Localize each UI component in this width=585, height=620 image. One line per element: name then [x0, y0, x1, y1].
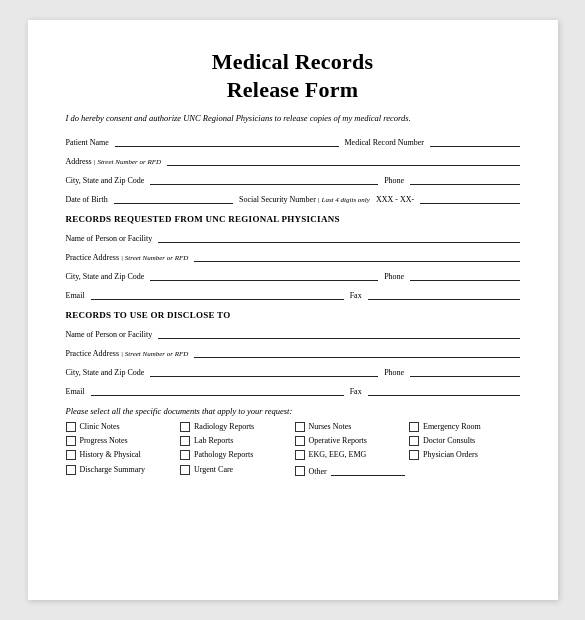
checkbox-urgent[interactable]: Urgent Care: [180, 464, 291, 476]
checkbox-label: Doctor Consults: [423, 436, 475, 445]
to-facility-row: Name of Person or Facility: [66, 327, 520, 339]
dob-label: Date of Birth: [66, 195, 108, 204]
from-address-label: Practice Address | Street Number or RFD: [66, 253, 189, 262]
from-facility-row: Name of Person or Facility: [66, 231, 520, 243]
checkbox-label: Urgent Care: [194, 465, 233, 474]
checkbox-progress[interactable]: Progress Notes: [66, 436, 177, 446]
from-city-label: City, State and Zip Code: [66, 272, 145, 281]
to-email-label: Email: [66, 387, 85, 396]
section-to-title: RECORDS TO USE OR DISCLOSE TO: [66, 310, 520, 320]
to-city-line[interactable]: [150, 365, 378, 377]
checkbox-operative[interactable]: Operative Reports: [295, 436, 406, 446]
from-email-row: Email Fax: [66, 288, 520, 300]
checkbox-history[interactable]: History & Physical: [66, 450, 177, 460]
from-email-line[interactable]: [91, 288, 344, 300]
to-fax-line[interactable]: [368, 384, 520, 396]
from-city-line[interactable]: [150, 269, 378, 281]
medical-record-line[interactable]: [430, 135, 519, 147]
checkbox-physician-orders[interactable]: Physician Orders: [409, 450, 520, 460]
from-facility-label: Name of Person or Facility: [66, 234, 153, 243]
checkbox-er[interactable]: Emergency Room: [409, 422, 520, 432]
to-phone-label: Phone: [384, 368, 404, 377]
to-city-label: City, State and Zip Code: [66, 368, 145, 377]
checkbox-label: Pathology Reports: [194, 450, 253, 459]
ssn-placeholder: XXX - XX-: [376, 195, 414, 204]
from-phone-line[interactable]: [410, 269, 519, 281]
section-from-title: RECORDS REQUESTED FROM UNC REGIONAL PHYS…: [66, 214, 520, 224]
checkbox-label: Physician Orders: [423, 450, 478, 459]
checkbox-label: Clinic Notes: [80, 422, 120, 431]
title-line2: Release Form: [227, 77, 359, 102]
checkbox-nurses[interactable]: Nurses Notes: [295, 422, 406, 432]
from-address-row: Practice Address | Street Number or RFD: [66, 250, 520, 262]
checkbox-label: Emergency Room: [423, 422, 481, 431]
documents-intro: Please select all the specific documents…: [66, 406, 520, 416]
checkbox-discharge[interactable]: Discharge Summary: [66, 464, 177, 476]
city-line[interactable]: [150, 173, 378, 185]
phone-label: Phone: [384, 176, 404, 185]
checkbox-pathology[interactable]: Pathology Reports: [180, 450, 291, 460]
checkbox-box[interactable]: [295, 466, 305, 476]
address-line[interactable]: [167, 154, 519, 166]
to-city-row: City, State and Zip Code Phone: [66, 365, 520, 377]
checkbox-ekg[interactable]: EKG, EEG, EMG: [295, 450, 406, 460]
checkbox-box[interactable]: [180, 450, 190, 460]
checkbox-box[interactable]: [66, 450, 76, 460]
to-phone-line[interactable]: [410, 365, 519, 377]
checkbox-box[interactable]: [180, 465, 190, 475]
to-email-line[interactable]: [91, 384, 344, 396]
checkbox-label: Progress Notes: [80, 436, 128, 445]
patient-name-row: Patient Name Medical Record Number: [66, 135, 520, 147]
checkboxes-grid: Clinic Notes Radiology Reports Nurses No…: [66, 422, 520, 476]
dob-row: Date of Birth Social Security Number | L…: [66, 192, 520, 204]
from-fax-label: Fax: [350, 291, 362, 300]
checkbox-label: Other: [309, 467, 327, 476]
other-line[interactable]: [331, 464, 405, 476]
checkbox-box[interactable]: [66, 465, 76, 475]
to-address-line[interactable]: [194, 346, 519, 358]
checkbox-box[interactable]: [409, 422, 419, 432]
checkbox-box[interactable]: [180, 436, 190, 446]
checkbox-box[interactable]: [66, 436, 76, 446]
checkbox-clinic-notes[interactable]: Clinic Notes: [66, 422, 177, 432]
patient-name-label: Patient Name: [66, 138, 109, 147]
checkbox-other[interactable]: Other: [295, 464, 406, 476]
from-address-line[interactable]: [194, 250, 519, 262]
checkbox-label: Radiology Reports: [194, 422, 254, 431]
checkbox-radiology[interactable]: Radiology Reports: [180, 422, 291, 432]
checkbox-box[interactable]: [295, 422, 305, 432]
patient-name-line[interactable]: [115, 135, 339, 147]
checkbox-box[interactable]: [180, 422, 190, 432]
checkbox-box[interactable]: [409, 450, 419, 460]
form-page: Medical Records Release Form I do hereby…: [28, 20, 558, 600]
city-row: City, State and Zip Code Phone: [66, 173, 520, 185]
to-email-row: Email Fax: [66, 384, 520, 396]
medical-record-label: Medical Record Number: [345, 138, 425, 147]
to-facility-label: Name of Person or Facility: [66, 330, 153, 339]
ssn-label: Social Security Number | Last 4 digits o…: [239, 195, 370, 204]
title-line1: Medical Records: [212, 49, 374, 74]
phone-line[interactable]: [410, 173, 519, 185]
checkbox-lab[interactable]: Lab Reports: [180, 436, 291, 446]
checkbox-box[interactable]: [295, 450, 305, 460]
from-facility-line[interactable]: [158, 231, 519, 243]
address-row: Address | Street Number or RFD: [66, 154, 520, 166]
checkbox-label: Lab Reports: [194, 436, 233, 445]
checkbox-box[interactable]: [66, 422, 76, 432]
checkbox-label: Nurses Notes: [309, 422, 352, 431]
from-phone-label: Phone: [384, 272, 404, 281]
checkbox-doctor-consults[interactable]: Doctor Consults: [409, 436, 520, 446]
to-address-row: Practice Address | Street Number or RFD: [66, 346, 520, 358]
checkbox-label: EKG, EEG, EMG: [309, 450, 367, 459]
consent-text: I do hereby consent and authorize UNC Re…: [66, 113, 520, 125]
from-fax-line[interactable]: [368, 288, 520, 300]
checkbox-box[interactable]: [295, 436, 305, 446]
checkbox-label: History & Physical: [80, 450, 141, 459]
city-label: City, State and Zip Code: [66, 176, 145, 185]
checkbox-box[interactable]: [409, 436, 419, 446]
ssn-line[interactable]: [420, 192, 519, 204]
dob-line[interactable]: [114, 192, 233, 204]
from-city-row: City, State and Zip Code Phone: [66, 269, 520, 281]
to-facility-line[interactable]: [158, 327, 519, 339]
address-label: Address | Street Number or RFD: [66, 157, 162, 166]
